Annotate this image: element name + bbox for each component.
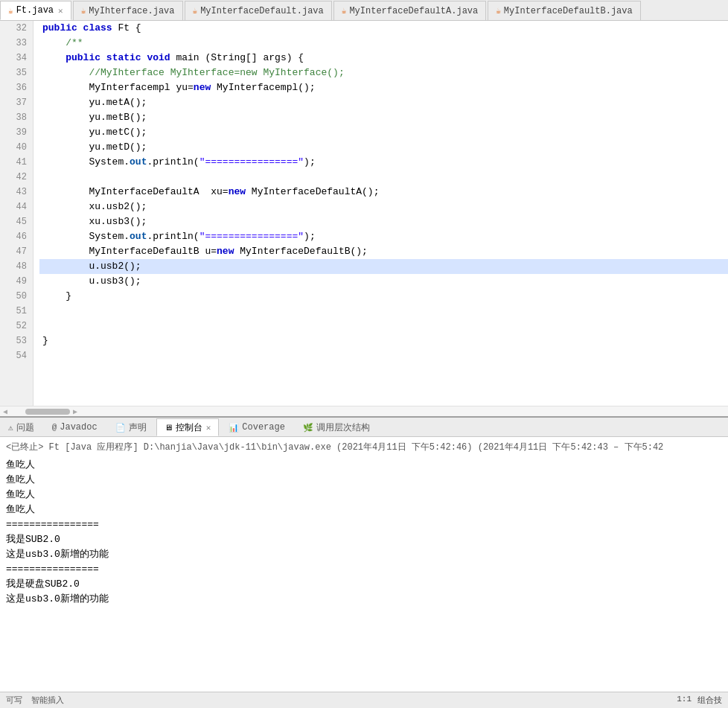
code-line-32: public class Ft { xyxy=(39,21,728,36)
line-numbers: 32 33 34 35 36 37 38 39 40 41 42 43 44 4… xyxy=(0,21,33,406)
code-line-39: yu.metC(); xyxy=(39,125,728,140)
tab-javadoc[interactable]: @ Javadoc xyxy=(44,418,106,436)
code-line-52 xyxy=(39,319,728,334)
java-file-icon: ☕ xyxy=(8,6,13,16)
code-line-42 xyxy=(39,170,728,185)
status-mode: 组合技 xyxy=(697,695,722,706)
java-file-icon-3: ☕ xyxy=(193,6,198,16)
code-line-49: u.usb3(); xyxy=(39,274,728,289)
console-line-7: 我是硬盘SUB2.0 xyxy=(6,577,722,592)
code-line-35: //MyIhterface MyIhterface=new MyIhterfac… xyxy=(39,66,728,80)
console-line-3: 鱼吃人 xyxy=(6,488,722,503)
java-file-icon-4: ☕ xyxy=(342,6,347,16)
editor-horizontal-scrollbar[interactable]: ◀ ▶ xyxy=(0,406,728,416)
console-icon: 🖥 xyxy=(165,423,173,433)
code-editor[interactable]: public class Ft { /** public static void… xyxy=(33,21,728,406)
status-insert: 智能插入 xyxy=(31,695,64,706)
code-line-51 xyxy=(39,304,728,319)
tab-console-close[interactable]: ✕ xyxy=(206,423,211,433)
code-line-34: public static void main (String[] args) … xyxy=(39,51,728,66)
tab-coverage[interactable]: 📊 Coverage xyxy=(220,418,293,436)
code-line-33: /** xyxy=(39,36,728,51)
editor-tab-bar: ☕ Ft.java ✕ ☕ MyIhterface.java ☕ MyInter… xyxy=(0,0,728,21)
code-line-46: System.out.println("================"); xyxy=(39,229,728,244)
status-position: 1:1 xyxy=(677,695,692,706)
tab-myinterfacedefault-label: MyInterfaceDefault.java xyxy=(200,6,324,16)
declaration-icon: 📄 xyxy=(115,423,126,433)
code-line-48: u.usb2(); xyxy=(39,259,728,274)
tab-declaration[interactable]: 📄 声明 xyxy=(107,418,155,436)
javadoc-icon: @ xyxy=(52,423,57,432)
tab-myinterfacedefaultA-java[interactable]: ☕ MyInterfaceDefaultA.java xyxy=(333,1,486,20)
scroll-right-arrow[interactable]: ▶ xyxy=(73,407,77,416)
tab-myinterfacedefaultB-label: MyInterfaceDefaultB.java xyxy=(504,6,633,16)
tab-declaration-label: 声明 xyxy=(129,421,147,434)
code-line-36: MyInterfacempl yu=new MyInterfacempl(); xyxy=(39,80,728,95)
code-line-44: xu.usb2(); xyxy=(39,200,728,214)
console-line-5: 我是SUB2.0 xyxy=(6,532,722,547)
code-line-53: } xyxy=(39,334,728,348)
console-line-4: 鱼吃人 xyxy=(6,503,722,517)
console-output: <已终止> Ft [Java 应用程序] D:\hanjia\Java\jdk-… xyxy=(0,437,728,692)
code-line-47: MyInterfaceDefaultB u=new MyInterfaceDef… xyxy=(39,244,728,259)
java-file-icon-5: ☕ xyxy=(496,6,501,16)
tab-console[interactable]: 🖥 控制台 ✕ xyxy=(156,418,220,436)
tab-myinterfacedefaultB-java[interactable]: ☕ MyInterfaceDefaultB.java xyxy=(488,1,640,20)
bottom-panel: ⚠ 问题 @ Javadoc 📄 声明 🖥 控制台 ✕ 📊 Coverage 🌿… xyxy=(0,416,728,692)
code-container[interactable]: 32 33 34 35 36 37 38 39 40 41 42 43 44 4… xyxy=(0,21,728,406)
code-line-45: xu.usb3(); xyxy=(39,214,728,229)
console-line-8: 这是usb3.0新增的功能 xyxy=(6,592,722,607)
tab-myihterface-java[interactable]: ☕ MyIhterface.java xyxy=(73,1,183,20)
bottom-tab-bar: ⚠ 问题 @ Javadoc 📄 声明 🖥 控制台 ✕ 📊 Coverage 🌿… xyxy=(0,418,728,437)
code-line-40: yu.metD(); xyxy=(39,140,728,155)
console-header: <已终止> Ft [Java 应用程序] D:\hanjia\Java\jdk-… xyxy=(6,440,722,455)
editor-area: 32 33 34 35 36 37 38 39 40 41 42 43 44 4… xyxy=(0,21,728,416)
status-left: 可写 智能插入 xyxy=(6,695,64,706)
code-line-37: yu.metA(); xyxy=(39,95,728,110)
code-line-38: yu.metB(); xyxy=(39,110,728,125)
tab-javadoc-label: Javadoc xyxy=(60,422,97,433)
problems-icon: ⚠ xyxy=(8,423,13,433)
scroll-left-arrow[interactable]: ◀ xyxy=(3,407,7,416)
tab-problems-label: 问题 xyxy=(16,421,34,434)
callhierarchy-icon: 🌿 xyxy=(303,423,313,433)
tab-myihterface-label: MyIhterface.java xyxy=(89,6,174,16)
console-line-1: 鱼吃人 xyxy=(6,458,722,473)
code-line-50: } xyxy=(39,289,728,304)
console-separator-2: ================ xyxy=(6,562,722,577)
scroll-thumb[interactable] xyxy=(25,409,70,415)
tab-myinterfacedefault-java[interactable]: ☕ MyInterfaceDefault.java xyxy=(185,1,332,20)
coverage-icon: 📊 xyxy=(229,423,239,433)
status-right: 1:1 组合技 xyxy=(677,695,722,706)
status-bar: 可写 智能插入 1:1 组合技 xyxy=(0,692,728,708)
tab-coverage-label: Coverage xyxy=(242,422,285,433)
tab-callhierarchy[interactable]: 🌿 调用层次结构 xyxy=(295,418,378,436)
status-writable: 可写 xyxy=(6,695,22,706)
tab-ft-java[interactable]: ☕ Ft.java ✕ xyxy=(0,1,71,20)
tab-myinterfacedefaultA-label: MyInterfaceDefaultA.java xyxy=(349,6,478,16)
code-line-54 xyxy=(39,348,728,363)
tab-console-label: 控制台 xyxy=(176,421,202,434)
console-line-2: 鱼吃人 xyxy=(6,473,722,488)
tab-callhierarchy-label: 调用层次结构 xyxy=(316,421,370,434)
console-separator-1: ================ xyxy=(6,517,722,532)
tab-problems[interactable]: ⚠ 问题 xyxy=(0,418,42,436)
tab-ft-label: Ft.java xyxy=(16,5,54,16)
code-line-43: MyInterfaceDefaultA xu=new MyInterfaceDe… xyxy=(39,185,728,200)
console-line-6: 这是usb3.0新增的功能 xyxy=(6,547,722,562)
java-file-icon-2: ☕ xyxy=(81,6,86,16)
code-line-41: System.out.println("================"); xyxy=(39,155,728,170)
tab-ft-close[interactable]: ✕ xyxy=(58,6,63,16)
